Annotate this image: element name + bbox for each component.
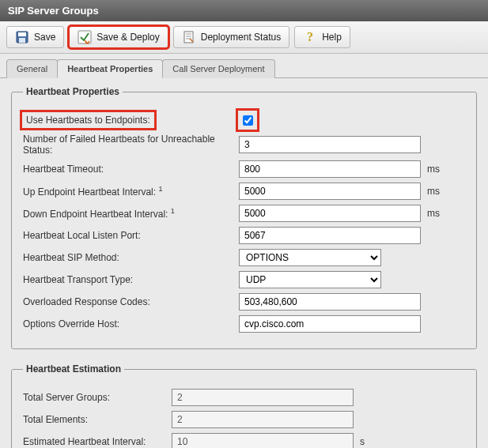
svg-rect-2	[19, 38, 25, 43]
down-interval-label: Down Endpoint Heartbeat Interval: 1	[23, 207, 233, 220]
help-button[interactable]: ? Help	[294, 26, 350, 48]
heartbeat-estimation-group: Heartbeat Estimation Total Server Groups…	[11, 363, 477, 448]
heartbeat-timeout-label: Heartbeat Timeout:	[23, 164, 233, 175]
overloaded-codes-label: Overloaded Response Codes:	[23, 296, 233, 307]
listen-port-label: Heartbeat Local Listen Port:	[23, 230, 233, 241]
svg-rect-1	[18, 32, 26, 36]
unit-ms: ms	[427, 208, 440, 219]
transport-type-select[interactable]: UDP	[239, 271, 381, 288]
tab-general[interactable]: General	[6, 59, 58, 78]
total-groups-label: Total Server Groups:	[23, 392, 165, 403]
deployment-status-button[interactable]: Deployment Status	[173, 26, 289, 48]
heartbeat-estimation-legend: Heartbeat Estimation	[23, 363, 124, 375]
sip-method-label: Heartbeat SIP Method:	[23, 252, 233, 263]
tab-strip: General Heartbeat Properties Call Server…	[0, 54, 488, 78]
tab-heartbeat-properties[interactable]: Heartbeat Properties	[57, 59, 163, 78]
unit-ms: ms	[427, 186, 440, 197]
unit-s: s	[360, 436, 365, 447]
document-icon	[182, 30, 196, 44]
listen-port-input[interactable]	[239, 227, 421, 244]
heartbeat-timeout-input[interactable]	[239, 160, 421, 178]
save-deploy-label: Save & Deploy	[96, 32, 159, 43]
total-elements-label: Total Elements:	[23, 414, 165, 425]
save-button[interactable]: Save	[6, 26, 64, 48]
unit-ms: ms	[427, 164, 440, 175]
failed-heartbeats-label: Number of Failed Heartbeats for Unreacha…	[23, 134, 233, 156]
overloaded-codes-input[interactable]	[239, 293, 421, 311]
use-heartbeats-label: Use Heartbeats to Endpoints:	[23, 113, 153, 127]
save-deploy-button[interactable]: Save & Deploy	[69, 26, 168, 48]
tab-call-server-deployment[interactable]: Call Server Deployment	[162, 59, 274, 78]
up-interval-input[interactable]	[239, 183, 421, 200]
heartbeat-properties-group: Heartbeat Properties Use Heartbeats to E…	[11, 86, 477, 349]
use-heartbeats-checkbox[interactable]	[243, 115, 253, 126]
total-groups-value	[172, 389, 354, 406]
total-elements-value	[172, 411, 354, 428]
heartbeat-properties-legend: Heartbeat Properties	[23, 86, 123, 97]
sip-method-select[interactable]: OPTIONS	[239, 249, 381, 266]
estimated-interval-label: Estimated Heartbeat Interval:	[23, 436, 165, 447]
save-deploy-icon	[78, 30, 92, 44]
window-title: SIP Server Groups	[0, 0, 488, 21]
override-host-label: Options Override Host:	[23, 318, 233, 329]
override-host-input[interactable]	[239, 315, 421, 333]
deployment-status-label: Deployment Status	[201, 32, 281, 43]
help-label: Help	[322, 32, 342, 43]
failed-heartbeats-input[interactable]	[239, 136, 421, 153]
save-label: Save	[34, 32, 55, 43]
svg-text:?: ?	[307, 30, 313, 43]
estimated-interval-value	[172, 433, 354, 448]
save-icon	[15, 30, 29, 44]
help-icon: ?	[303, 30, 317, 44]
transport-type-label: Heartbeat Transport Type:	[23, 274, 233, 285]
tab-panel: Heartbeat Properties Use Heartbeats to E…	[0, 78, 488, 448]
down-interval-input[interactable]	[239, 205, 421, 222]
toolbar: Save Save & Deploy Deployment Status ? H…	[0, 21, 488, 54]
up-interval-label: Up Endpoint Heartbeat Interval: 1	[23, 185, 233, 198]
